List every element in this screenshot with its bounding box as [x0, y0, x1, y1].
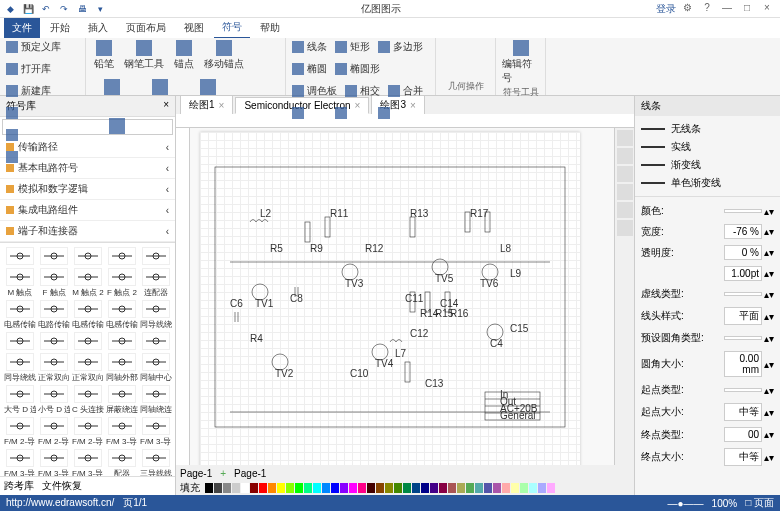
stepper-icon[interactable]: ▴▾	[764, 333, 774, 344]
color-swatch[interactable]	[475, 483, 483, 493]
stepper-icon[interactable]: ▴▾	[764, 452, 774, 463]
symbol-item[interactable]: 连配器	[140, 268, 172, 298]
qat-print-icon[interactable]: 🖶	[76, 3, 88, 15]
color-swatch[interactable]	[439, 483, 447, 493]
color-swatch[interactable]	[250, 483, 258, 493]
color-swatch[interactable]	[511, 483, 519, 493]
tab-symbol[interactable]: 符号	[214, 17, 250, 39]
tool-shadow-icon[interactable]	[617, 166, 633, 182]
ribbon-item[interactable]: 矩形	[335, 40, 370, 54]
symbol-item[interactable]	[72, 332, 104, 351]
symbol-item[interactable]: 同导线绕连	[140, 300, 172, 330]
symbol-item[interactable]: 电感传输	[106, 300, 138, 330]
tool-layer-icon[interactable]	[617, 202, 633, 218]
stepper-icon[interactable]: ▴▾	[764, 407, 774, 418]
category-item[interactable]: 传输路径‹	[0, 137, 175, 158]
color-swatch[interactable]	[457, 483, 465, 493]
qat-save-icon[interactable]: 💾	[22, 3, 34, 15]
canvas-page[interactable]: TV1TV2TV3TV4TV5TV6C4C6C8C10C11C12C13C14C…	[190, 128, 614, 465]
ribbon-item[interactable]: 铅笔	[92, 40, 116, 71]
symbol-item[interactable]	[4, 247, 36, 266]
tool-text-icon[interactable]	[617, 184, 633, 200]
symbol-item[interactable]: 屏蔽绕连/…	[106, 385, 138, 415]
ribbon-item[interactable]: 移动锚点	[204, 40, 244, 71]
ribbon-item[interactable]: 编辑符号	[502, 40, 539, 85]
category-item[interactable]: 端子和连接器‹	[0, 221, 175, 242]
page-tab-2[interactable]: Page-1	[234, 468, 266, 479]
category-item[interactable]: 集成电路组件‹	[0, 200, 175, 221]
prop-value[interactable]	[724, 336, 762, 340]
color-swatch[interactable]	[349, 483, 357, 493]
symbol-item[interactable]: F/M 2-导…	[38, 417, 70, 447]
symbol-item[interactable]: 三导线线头	[140, 449, 172, 476]
stepper-icon[interactable]: ▴▾	[764, 268, 774, 279]
symbol-item[interactable]: 正常双向…	[38, 353, 70, 383]
linetype-option[interactable]: 实线	[641, 138, 774, 156]
symbol-item[interactable]: 小号 D 连…	[38, 385, 70, 415]
linetype-option[interactable]: 无线条	[641, 120, 774, 138]
symbol-item[interactable]: M 触点 2	[72, 268, 104, 298]
color-swatch[interactable]	[340, 483, 348, 493]
prop-value[interactable]	[724, 292, 762, 296]
symbol-item[interactable]: F/M 3-导…	[38, 449, 70, 476]
symbol-item[interactable]: 电感传输	[4, 300, 36, 330]
color-swatch[interactable]	[547, 483, 555, 493]
symbol-item[interactable]: 同轴绕连/…	[140, 385, 172, 415]
tab-crossref[interactable]: 跨考库	[4, 479, 34, 493]
color-swatch[interactable]	[232, 483, 240, 493]
symbol-item[interactable]: F/M 3-导…	[4, 449, 36, 476]
tab-insert[interactable]: 插入	[80, 18, 116, 38]
color-swatch[interactable]	[304, 483, 312, 493]
login-link[interactable]: 登录	[656, 2, 676, 16]
symbol-item[interactable]: 同轴中心…	[140, 353, 172, 383]
symbol-item[interactable]: 正常双向…	[72, 353, 104, 383]
symbol-item[interactable]: 电路传输	[38, 300, 70, 330]
color-swatch[interactable]	[277, 483, 285, 493]
qat-undo-icon[interactable]: ↶	[40, 3, 52, 15]
symbol-item[interactable]	[38, 332, 70, 351]
linetype-option[interactable]: 渐变线	[641, 156, 774, 174]
ribbon-item[interactable]: 预定义库	[6, 40, 61, 54]
linetype-option[interactable]: 单色渐变线	[641, 174, 774, 192]
ribbon-item[interactable]: 多边形	[378, 40, 423, 54]
symbol-item[interactable]	[72, 247, 104, 266]
color-swatch[interactable]	[484, 483, 492, 493]
symbol-item[interactable]: F 触点 2	[106, 268, 138, 298]
symbol-item[interactable]	[140, 332, 172, 351]
color-swatch[interactable]	[295, 483, 303, 493]
color-swatch[interactable]	[520, 483, 528, 493]
stepper-icon[interactable]: ▴▾	[764, 226, 774, 237]
status-url[interactable]: http://www.edrawsoft.cn/	[6, 497, 114, 508]
color-swatch[interactable]	[259, 483, 267, 493]
color-swatch[interactable]	[313, 483, 321, 493]
symbol-item[interactable]	[38, 247, 70, 266]
color-swatch[interactable]	[223, 483, 231, 493]
library-close-icon[interactable]: ×	[163, 99, 169, 113]
tool-align-icon[interactable]	[617, 220, 633, 236]
color-swatch[interactable]	[241, 483, 249, 493]
symbol-item[interactable]: 同轴外部…	[106, 353, 138, 383]
symbol-item[interactable]: 大号 D 连…	[4, 385, 36, 415]
symbol-item[interactable]: F/M 2-导…	[72, 417, 104, 447]
symbol-item[interactable]: 配器	[106, 449, 138, 476]
symbol-item[interactable]: C 头连接器	[72, 385, 104, 415]
prop-value[interactable]: 00	[724, 427, 762, 442]
color-swatch[interactable]	[358, 483, 366, 493]
color-swatch[interactable]	[502, 483, 510, 493]
color-swatch[interactable]	[430, 483, 438, 493]
symbol-item[interactable]: 同导绕线头	[4, 353, 36, 383]
stepper-icon[interactable]: ▴▾	[764, 289, 774, 300]
color-swatch[interactable]	[466, 483, 474, 493]
prop-value[interactable]: 0.00 mm	[724, 351, 762, 377]
window-min[interactable]: —	[718, 2, 736, 16]
prop-value[interactable]: 中等	[724, 448, 762, 466]
tab-close-icon[interactable]: ×	[219, 100, 225, 111]
color-swatch[interactable]	[403, 483, 411, 493]
ribbon-item[interactable]: 钢笔工具	[124, 40, 164, 71]
window-close[interactable]: ×	[758, 2, 776, 16]
settings-icon[interactable]: ⚙	[678, 2, 696, 16]
prop-value[interactable]	[724, 209, 762, 213]
color-swatch[interactable]	[538, 483, 546, 493]
prop-value[interactable]: 平面	[724, 307, 762, 325]
library-search-input[interactable]	[2, 119, 173, 135]
